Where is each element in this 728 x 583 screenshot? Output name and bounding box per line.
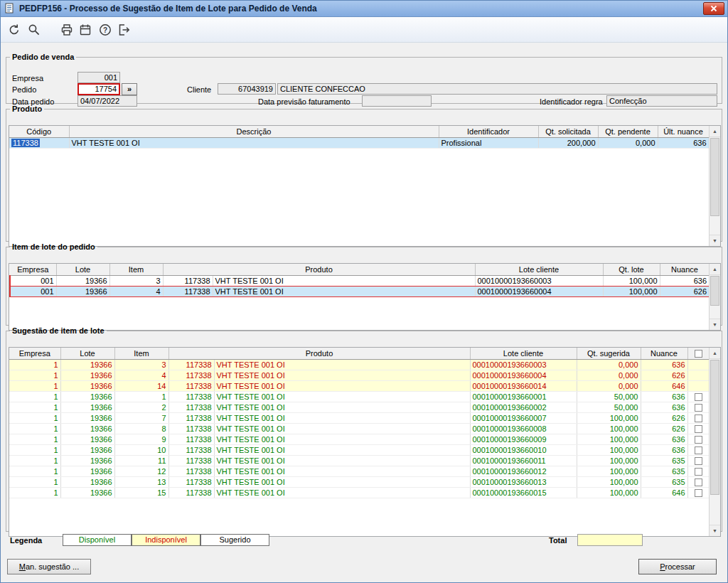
row-checkbox[interactable] bbox=[695, 468, 702, 476]
table-row[interactable]: 1193663117338VHT TESTE 001 OI00010000193… bbox=[9, 359, 709, 370]
cell-qt_lote[interactable]: 100,000 bbox=[603, 286, 660, 296]
cell-lote_cliente[interactable]: 00010000193660003 bbox=[475, 275, 603, 286]
processar-button[interactable]: Processar bbox=[638, 559, 717, 574]
cell-lote[interactable]: 19366 bbox=[60, 391, 114, 402]
pedido-lookup-button[interactable]: » bbox=[122, 83, 137, 95]
print-button[interactable] bbox=[58, 21, 75, 38]
cell-item[interactable]: 11 bbox=[114, 455, 168, 466]
cell-lote_cliente[interactable]: 00010000193660007 bbox=[470, 412, 577, 423]
cell-empresa[interactable]: 1 bbox=[9, 444, 60, 455]
cell-qt_sugerida[interactable]: 100,000 bbox=[577, 412, 641, 423]
cell-produto_cod[interactable]: 117338 bbox=[168, 412, 214, 423]
cell-nuance[interactable]: 635 bbox=[641, 476, 687, 487]
cell-qt_lote[interactable]: 100,000 bbox=[603, 275, 660, 286]
cell-qt_sugerida[interactable]: 100,000 bbox=[577, 455, 641, 466]
cell-lote[interactable]: 19366 bbox=[60, 380, 114, 391]
col-header-item[interactable]: Item bbox=[109, 264, 163, 275]
col-header-codigo[interactable]: Código bbox=[9, 126, 69, 137]
cliente-code-field[interactable]: 67043919 bbox=[218, 83, 276, 95]
cell-empresa[interactable]: 1 bbox=[9, 412, 60, 423]
cell-item[interactable]: 4 bbox=[114, 370, 168, 380]
cell-item[interactable]: 14 bbox=[114, 380, 168, 391]
cell-lote[interactable]: 19366 bbox=[60, 444, 114, 455]
cell-qt_sugerida[interactable]: 100,000 bbox=[577, 476, 641, 487]
row-checkbox[interactable] bbox=[695, 393, 702, 401]
col-header-nuance[interactable]: Nuance bbox=[660, 264, 710, 275]
cell-lote[interactable]: 19366 bbox=[60, 434, 114, 444]
col-header-lote-cliente[interactable]: Lote cliente bbox=[470, 348, 577, 359]
cell-produto_desc[interactable]: VHT TESTE 001 OI bbox=[214, 402, 470, 412]
cell-qt_sugerida[interactable]: 100,000 bbox=[577, 466, 641, 476]
table-row[interactable]: 1193662117338VHT TESTE 001 OI00010000193… bbox=[9, 402, 709, 412]
cell-select[interactable] bbox=[687, 444, 709, 455]
cell-select[interactable] bbox=[687, 391, 709, 402]
cell-empresa[interactable]: 1 bbox=[9, 476, 60, 487]
row-checkbox[interactable] bbox=[695, 457, 702, 465]
cell-empresa[interactable]: 1 bbox=[9, 391, 60, 402]
cell-item[interactable]: 4 bbox=[109, 286, 163, 296]
cell-select[interactable] bbox=[687, 466, 709, 476]
cell-nuance[interactable]: 636 bbox=[641, 359, 687, 370]
cell-produto_desc[interactable]: VHT TESTE 001 OI bbox=[214, 434, 470, 444]
col-header-lote[interactable]: Lote bbox=[60, 348, 114, 359]
cell-descricao[interactable]: VHT TESTE 001 OI bbox=[69, 137, 439, 148]
col-header-item[interactable]: Item bbox=[114, 348, 168, 359]
col-header-descricao[interactable]: Descrição bbox=[69, 126, 439, 137]
cell-empresa[interactable]: 001 bbox=[10, 275, 56, 286]
cell-produto_desc[interactable]: VHT TESTE 001 OI bbox=[214, 476, 470, 487]
table-row[interactable]: 11936615117338VHT TESTE 001 OI0001000019… bbox=[9, 487, 709, 498]
cell-produto_cod[interactable]: 117338 bbox=[168, 466, 214, 476]
sugestao-scrollbar[interactable]: ▲ ▼ bbox=[709, 348, 720, 536]
col-header-lote[interactable]: Lote bbox=[56, 264, 109, 275]
cell-lote_cliente[interactable]: 00010000193660014 bbox=[470, 380, 577, 391]
cell-item[interactable]: 1 bbox=[114, 391, 168, 402]
cell-select[interactable] bbox=[687, 455, 709, 466]
table-row[interactable]: 1193669117338VHT TESTE 001 OI00010000193… bbox=[9, 434, 709, 444]
cell-qt_sugerida[interactable]: 100,000 bbox=[577, 444, 641, 455]
cell-qt_sugerida[interactable]: 100,000 bbox=[577, 423, 641, 434]
cell-qt_sugerida[interactable]: 0,000 bbox=[577, 370, 641, 380]
cell-produto_cod[interactable]: 117338 bbox=[168, 444, 214, 455]
cell-produto_desc[interactable]: VHT TESTE 001 OI bbox=[214, 370, 470, 380]
cell-qt_sugerida[interactable]: 100,000 bbox=[577, 487, 641, 498]
cell-item[interactable]: 7 bbox=[114, 412, 168, 423]
cell-produto_desc[interactable]: VHT TESTE 001 OI bbox=[214, 444, 470, 455]
row-checkbox[interactable] bbox=[695, 446, 702, 454]
cell-qt_solicitada[interactable]: 200,000 bbox=[538, 137, 598, 148]
close-button[interactable] bbox=[703, 2, 724, 15]
search-button[interactable] bbox=[26, 21, 43, 38]
cell-lote[interactable]: 19366 bbox=[56, 286, 109, 296]
cell-codigo[interactable]: 117338 bbox=[9, 137, 69, 148]
cell-qt_sugerida[interactable]: 100,000 bbox=[577, 434, 641, 444]
col-header-produto[interactable]: Produto bbox=[163, 264, 475, 275]
cell-produto_desc[interactable]: VHT TESTE 001 OI bbox=[214, 359, 470, 370]
cell-lote[interactable]: 19366 bbox=[60, 423, 114, 434]
select-all-checkbox[interactable] bbox=[695, 350, 702, 358]
cell-item[interactable]: 13 bbox=[114, 476, 168, 487]
cell-empresa[interactable]: 1 bbox=[9, 434, 60, 444]
table-row[interactable]: 117338VHT TESTE 001 OIProfissional200,00… bbox=[9, 137, 709, 148]
cell-item[interactable]: 10 bbox=[114, 444, 168, 455]
cell-select[interactable] bbox=[687, 412, 709, 423]
calendar-button[interactable] bbox=[77, 21, 94, 38]
scroll-up-icon[interactable]: ▲ bbox=[710, 126, 720, 137]
cell-produto_cod[interactable]: 117338 bbox=[168, 380, 214, 391]
cell-qt_sugerida[interactable]: 0,000 bbox=[577, 359, 641, 370]
empresa-field[interactable]: 001 bbox=[77, 72, 120, 83]
col-header-nuance[interactable]: Nuance bbox=[641, 348, 687, 359]
item-lote-scrollbar[interactable]: ▲ ▼ bbox=[709, 264, 720, 330]
table-row[interactable]: 11936613117338VHT TESTE 001 OI0001000019… bbox=[9, 476, 709, 487]
cell-lote_cliente[interactable]: 00010000193660001 bbox=[470, 391, 577, 402]
cell-nuance[interactable]: 636 bbox=[641, 444, 687, 455]
cell-lote[interactable]: 19366 bbox=[56, 275, 109, 286]
cell-select[interactable] bbox=[687, 402, 709, 412]
cell-produto_cod[interactable]: 117338 bbox=[168, 359, 214, 370]
cell-lote_cliente[interactable]: 00010000193660008 bbox=[470, 423, 577, 434]
table-row[interactable]: 1193664117338VHT TESTE 001 OI00010000193… bbox=[9, 370, 709, 380]
cell-empresa[interactable]: 1 bbox=[9, 370, 60, 380]
cell-nuance[interactable]: 635 bbox=[641, 455, 687, 466]
cell-nuance[interactable]: 636 bbox=[660, 275, 710, 286]
cell-produto_cod[interactable]: 117338 bbox=[168, 391, 214, 402]
col-header-ult-nuance[interactable]: Últ. nuance bbox=[658, 126, 709, 137]
cell-lote_cliente[interactable]: 00010000193660002 bbox=[470, 402, 577, 412]
